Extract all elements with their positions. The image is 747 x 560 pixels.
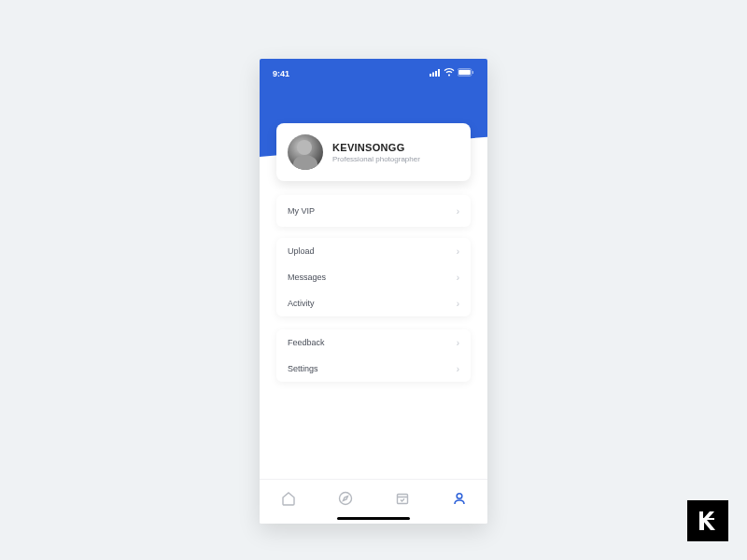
status-bar: 9:41: [260, 68, 487, 78]
svg-point-9: [457, 493, 462, 498]
chevron-right-icon: ›: [457, 338, 459, 348]
actions-card: Upload › Messages › Activity ›: [276, 238, 471, 316]
nav-profile-icon[interactable]: [451, 490, 468, 507]
svg-point-7: [339, 492, 351, 504]
chevron-right-icon: ›: [457, 364, 459, 374]
bottom-nav: [260, 479, 487, 524]
settings-row[interactable]: Settings ›: [276, 356, 471, 382]
chevron-right-icon: ›: [457, 246, 459, 257]
upload-row[interactable]: Upload ›: [276, 238, 471, 264]
avatar: [288, 134, 323, 170]
activity-row[interactable]: Activity ›: [276, 290, 471, 316]
svg-rect-3: [438, 69, 440, 77]
my-vip-row[interactable]: My VIP ›: [276, 195, 471, 227]
row-label: Upload: [288, 246, 315, 256]
nav-explore-icon[interactable]: [337, 490, 354, 507]
phone-frame: 9:41 KEVINSONGG Professional photographe…: [260, 59, 487, 524]
chevron-right-icon: ›: [457, 299, 459, 309]
brand-logo: [687, 500, 728, 541]
feedback-row[interactable]: Feedback ›: [276, 329, 471, 356]
nav-shop-icon[interactable]: [394, 490, 411, 507]
wifi-icon: [444, 68, 455, 78]
messages-row[interactable]: Messages ›: [276, 264, 471, 290]
svg-rect-5: [458, 70, 471, 76]
row-label: My VIP: [288, 206, 315, 216]
profile-card[interactable]: KEVINSONGG Professional photographer: [276, 123, 471, 181]
vip-card: My VIP ›: [276, 195, 471, 227]
profile-name: KEVINSONGG: [332, 142, 420, 153]
nav-home-icon[interactable]: [280, 490, 297, 507]
signal-icon: [430, 69, 441, 78]
status-time: 9:41: [273, 69, 289, 78]
status-indicators: [430, 68, 474, 78]
row-label: Settings: [288, 364, 318, 373]
row-label: Feedback: [288, 338, 325, 347]
chevron-right-icon: ›: [457, 206, 459, 217]
row-label: Activity: [288, 299, 315, 308]
chevron-right-icon: ›: [457, 273, 459, 283]
svg-rect-8: [397, 494, 407, 503]
battery-icon: [458, 68, 474, 78]
svg-rect-6: [472, 71, 473, 74]
row-label: Messages: [288, 273, 326, 282]
settings-card: Feedback › Settings ›: [276, 329, 471, 382]
home-indicator: [337, 517, 410, 520]
svg-rect-0: [430, 74, 431, 77]
svg-rect-2: [435, 71, 437, 77]
svg-rect-1: [432, 72, 434, 77]
profile-info: KEVINSONGG Professional photographer: [332, 142, 420, 163]
profile-subtitle: Professional photographer: [332, 155, 420, 163]
